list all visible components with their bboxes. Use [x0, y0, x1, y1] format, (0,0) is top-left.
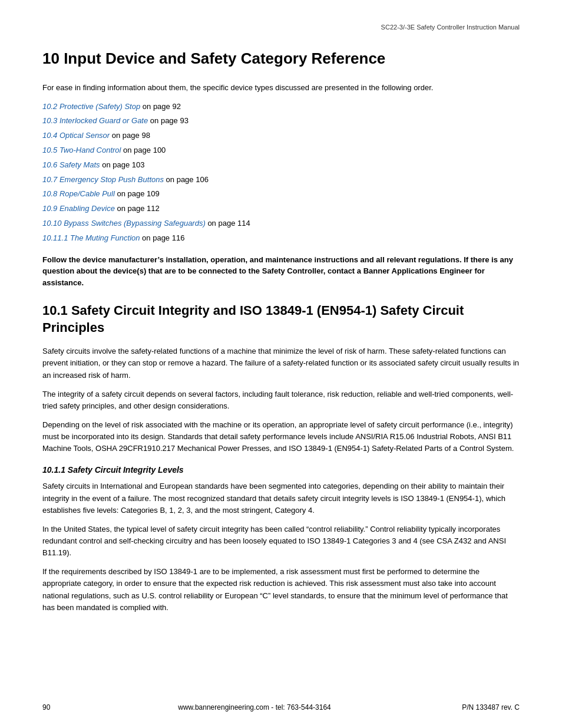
toc-page-ref: on page 114	[206, 219, 250, 228]
toc-page-ref: on page 109	[115, 189, 160, 198]
toc-page-ref: on page 106	[164, 175, 209, 184]
section1-para-2: Depending on the level of risk associate…	[42, 419, 520, 454]
toc-item: 10.2 Protective (Safety) Stop on page 92	[42, 101, 520, 113]
toc-page-ref: on page 93	[148, 116, 189, 125]
subsection1-para-0: Safety circuits in International and Eur…	[42, 480, 520, 516]
toc-item: 10.4 Optical Sensor on page 98	[42, 130, 520, 142]
intro-paragraph: For ease in finding information about th…	[42, 82, 520, 94]
toc-item: 10.3 Interlocked Guard or Gate on page 9…	[42, 115, 520, 127]
footer-center: www.bannerengineering.com - tel: 763-544…	[66, 703, 443, 711]
toc-link[interactable]: 10.6 Safety Mats	[42, 160, 100, 169]
header-text: SC22-3/-3E Safety Controller Instruction…	[381, 24, 520, 31]
toc-item: 10.10 Bypass Switches (Bypassing Safegua…	[42, 218, 520, 230]
toc-link[interactable]: 10.2 Protective (Safety) Stop	[42, 102, 140, 111]
toc-item: 10.11.1 The Muting Function on page 116	[42, 232, 520, 245]
toc-item: 10.8 Rope/Cable Pull on page 109	[42, 188, 520, 200]
section1-para-0: Safety circuits involve the safety-relat…	[42, 345, 520, 381]
toc-page-ref: on page 98	[110, 131, 150, 140]
page-header: SC22-3/-3E Safety Controller Instruction…	[42, 24, 520, 31]
subsection1-para-2: If the requirements described by ISO 138…	[42, 566, 520, 614]
warning-text: Follow the device manufacturer’s install…	[42, 254, 520, 289]
toc-link[interactable]: 10.9 Enabling Device	[42, 204, 115, 213]
section1-paragraphs: Safety circuits involve the safety-relat…	[42, 345, 520, 454]
page-footer: 90 www.bannerengineering.com - tel: 763-…	[42, 703, 520, 711]
toc-link[interactable]: 10.11.1 The Muting Function	[42, 233, 140, 242]
toc-page-ref: on page 103	[100, 160, 145, 169]
page: SC22-3/-3E Safety Controller Instruction…	[0, 0, 562, 728]
toc-item: 10.5 Two-Hand Control on page 100	[42, 144, 520, 157]
toc-link[interactable]: 10.10 Bypass Switches (Bypassing Safegua…	[42, 219, 206, 228]
toc-item: 10.6 Safety Mats on page 103	[42, 159, 520, 172]
toc-link[interactable]: 10.4 Optical Sensor	[42, 131, 110, 140]
toc-page-ref: on page 112	[115, 204, 160, 213]
section1-title: 10.1 Safety Circuit Integrity and ISO 13…	[42, 302, 520, 336]
subsection1-paragraphs: Safety circuits in International and Eur…	[42, 480, 520, 613]
toc-link[interactable]: 10.5 Two-Hand Control	[42, 146, 121, 154]
footer-page-number: 90	[42, 703, 66, 711]
chapter-title: 10 Input Device and Safety Category Refe…	[42, 50, 520, 68]
subsection1-title: 10.1.1 Safety Circuit Integrity Levels	[42, 465, 520, 475]
toc-link[interactable]: 10.3 Interlocked Guard or Gate	[42, 116, 148, 125]
toc-item: 10.9 Enabling Device on page 112	[42, 203, 520, 215]
toc-link[interactable]: 10.7 Emergency Stop Push Buttons	[42, 175, 164, 184]
toc-item: 10.7 Emergency Stop Push Buttons on page…	[42, 174, 520, 186]
toc-page-ref: on page 100	[121, 146, 166, 154]
subsection1-para-1: In the United States, the typical level …	[42, 523, 520, 559]
toc-list: 10.2 Protective (Safety) Stop on page 92…	[42, 101, 520, 245]
section1-para-1: The integrity of a safety circuit depend…	[42, 388, 520, 412]
footer-right: P/N 133487 rev. C	[443, 703, 520, 711]
toc-link[interactable]: 10.8 Rope/Cable Pull	[42, 189, 115, 198]
toc-page-ref: on page 92	[140, 102, 181, 111]
toc-page-ref: on page 116	[140, 233, 185, 242]
